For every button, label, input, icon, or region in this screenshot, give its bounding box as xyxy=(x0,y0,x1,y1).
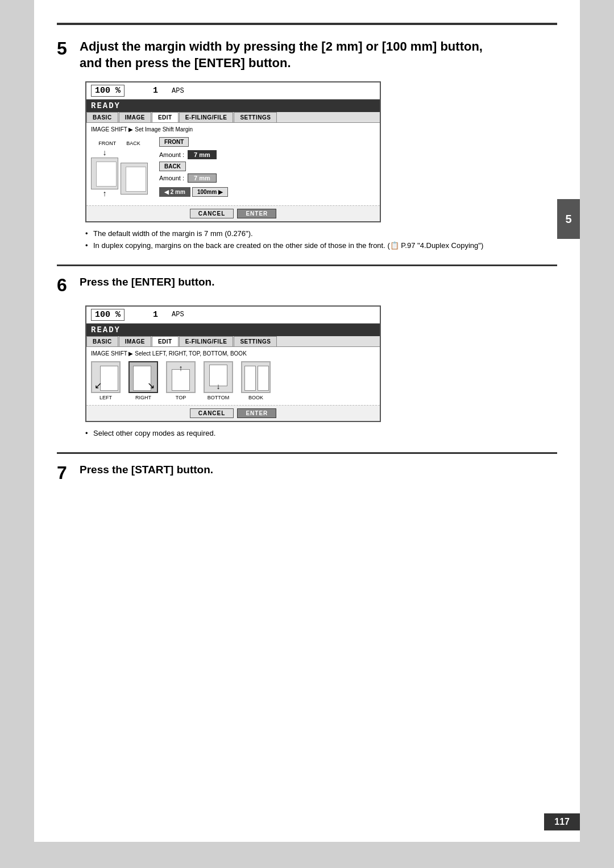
shift-icon-book-label: BOOK xyxy=(248,395,263,400)
screen2-percent: 100 % xyxy=(91,309,125,321)
shift-icon-top-label: TOP xyxy=(176,395,186,400)
screen2-path: IMAGE SHIFT ▶ Select LEFT, RIGHT, TOP, B… xyxy=(91,350,375,357)
amount-back-value: 7 mm xyxy=(188,173,217,183)
screen1-tabs: BASIC IMAGE EDIT E-FILING/FILE SETTINGS xyxy=(86,112,380,123)
screen1-copynum: 1 xyxy=(153,86,158,96)
screen1-cancel-button[interactable]: CANCEL xyxy=(190,209,234,218)
amount-front-row: Amount : 7 mm xyxy=(159,150,228,159)
screen1-body: IMAGE SHIFT ▶ Set Image Shift Margin FRO… xyxy=(86,123,380,205)
shift-doc-area: FRONT BACK ↓ ↑ xyxy=(91,140,148,199)
step6-number: 6 xyxy=(57,275,77,295)
screen1-status: READY xyxy=(86,100,380,112)
screen2-tab-image[interactable]: IMAGE xyxy=(119,336,151,346)
page-number: 117 xyxy=(544,813,580,830)
shift-icon-book-box xyxy=(241,361,271,393)
screen1-topbar: 100 % 1 APS xyxy=(86,82,380,100)
screen2-tab-efiling[interactable]: E-FILING/FILE xyxy=(179,336,234,346)
step6-text: Press the [ENTER] button. xyxy=(80,275,215,290)
step5-number: 5 xyxy=(57,39,77,59)
screen2-copynum: 1 xyxy=(153,310,158,320)
screen1-path: IMAGE SHIFT ▶ Set Image Shift Margin xyxy=(91,126,375,133)
front-label: FRONT xyxy=(98,140,116,146)
shift-icon-bottom-label: BOTTOM xyxy=(208,395,229,400)
step7-header: 7 Press the [START] button. xyxy=(57,463,557,483)
tab-efiling[interactable]: E-FILING/FILE xyxy=(179,112,234,122)
back-button[interactable]: BACK xyxy=(159,162,186,171)
screen2-tabs: BASIC IMAGE EDIT E-FILING/FILE SETTINGS xyxy=(86,336,380,347)
back-btn-row: BACK xyxy=(159,162,228,171)
bullet-1: The default width of the margin is 7 mm … xyxy=(85,228,557,240)
step5-text-line1: Adjust the margin width by pressing the … xyxy=(80,39,483,55)
tab-edit[interactable]: EDIT xyxy=(152,112,179,122)
shift-diagram: FRONT BACK ↓ ↑ xyxy=(91,140,148,199)
shift-icon-bottom[interactable]: ↓ BOTTOM xyxy=(204,361,233,400)
screen1-aps: APS xyxy=(172,87,184,95)
step6-header: 6 Press the [ENTER] button. xyxy=(57,275,557,295)
shift-right-panel: FRONT Amount : 7 mm BACK Amount : 7 mm xyxy=(159,137,228,197)
tab-settings[interactable]: SETTINGS xyxy=(234,112,277,122)
screen1: 100 % 1 APS READY BASIC IMAGE EDIT E-FIL… xyxy=(85,81,381,222)
amount-back-row: Amount : 7 mm xyxy=(159,173,228,183)
shift-area: FRONT BACK ↓ ↑ xyxy=(91,137,375,202)
doc-icon-front xyxy=(91,158,118,189)
screen2-bottom: CANCEL ENTER xyxy=(86,405,380,421)
screen2-aps: APS xyxy=(172,311,184,319)
doc-icon-back xyxy=(121,163,148,195)
screen2-tab-basic[interactable]: BASIC xyxy=(86,336,118,346)
mm-buttons: ◀ 2 mm 100mm ▶ xyxy=(159,187,228,197)
amount-front-value: 7 mm xyxy=(188,150,217,159)
shift-icons-row: ↙ LEFT ↘ RIGHT ↑ xyxy=(91,361,375,400)
screen2-cancel-button[interactable]: CANCEL xyxy=(190,408,234,418)
amounts-panel: Amount : 7 mm BACK Amount : 7 mm ◀ 2 mm xyxy=(159,150,228,197)
tab-image[interactable]: IMAGE xyxy=(119,112,151,122)
shift-icon-left-box: ↙ xyxy=(91,361,121,393)
step5-text-line2: and then press the [ENTER] button. xyxy=(80,55,483,72)
shift-icon-right-box: ↘ xyxy=(128,361,158,393)
screen2-enter-button[interactable]: ENTER xyxy=(237,408,276,418)
screen1-bottom: CANCEL ENTER xyxy=(86,205,380,221)
front-button[interactable]: FRONT xyxy=(159,137,189,147)
shift-icon-top[interactable]: ↑ TOP xyxy=(166,361,196,400)
screen1-percent: 100 % xyxy=(91,85,125,97)
shift-icon-top-box: ↑ xyxy=(166,361,196,393)
step6-bullet: Select other copy modes as required. xyxy=(85,428,557,440)
screen2-body: IMAGE SHIFT ▶ Select LEFT, RIGHT, TOP, B… xyxy=(86,347,380,405)
screen2-topbar: 100 % 1 APS xyxy=(86,307,380,324)
btn-2mm[interactable]: ◀ 2 mm xyxy=(159,187,190,197)
amount-back-label: Amount : xyxy=(159,175,184,181)
shift-icon-left-label: LEFT xyxy=(99,395,112,400)
amount-front-label: Amount : xyxy=(159,151,184,158)
screen1-enter-button[interactable]: ENTER xyxy=(237,209,276,218)
side-tab: 5 xyxy=(557,199,580,239)
screen2-tab-edit[interactable]: EDIT xyxy=(152,336,179,346)
step6-bullets: Select other copy modes as required. xyxy=(85,428,557,440)
step5-header: 5 Adjust the margin width by pressing th… xyxy=(57,39,557,71)
shift-icon-left[interactable]: ↙ LEFT xyxy=(91,361,121,400)
tab-basic[interactable]: BASIC xyxy=(86,112,118,122)
screen2-tab-settings[interactable]: SETTINGS xyxy=(234,336,277,346)
screen2-status: READY xyxy=(86,324,380,336)
step5-bullets: The default width of the margin is 7 mm … xyxy=(85,228,557,252)
screen2: 100 % 1 APS READY BASIC IMAGE EDIT E-FIL… xyxy=(85,305,381,422)
step7-text: Press the [START] button. xyxy=(80,463,213,477)
shift-icon-book[interactable]: BOOK xyxy=(241,361,271,400)
shift-icon-right[interactable]: ↘ RIGHT xyxy=(128,361,158,400)
bullet-2: In duplex copying, margins on the back a… xyxy=(85,240,557,252)
front-btn-row: FRONT xyxy=(159,137,228,147)
back-label: BACK xyxy=(126,140,140,146)
step7-number: 7 xyxy=(57,463,77,483)
shift-icon-right-label: RIGHT xyxy=(135,395,151,400)
btn-100mm[interactable]: 100mm ▶ xyxy=(192,187,228,197)
shift-icon-bottom-box: ↓ xyxy=(204,361,233,393)
shift-labels: FRONT BACK xyxy=(98,140,140,146)
